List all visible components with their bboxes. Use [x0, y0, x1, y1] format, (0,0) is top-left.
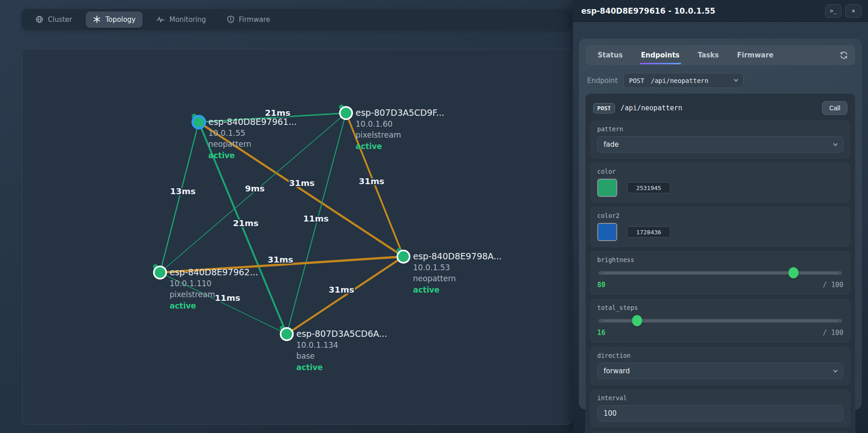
edge-latency-label: 31ms — [359, 176, 384, 186]
edge-latency-label: 11ms — [303, 214, 329, 223]
active-tab-underline — [640, 63, 681, 64]
edge-latency-label: 31ms — [329, 285, 354, 294]
nav-tab-label: Cluster — [48, 15, 72, 24]
field-label: interval — [597, 394, 843, 402]
slider-thumb[interactable] — [788, 267, 799, 278]
color2-swatch[interactable] — [597, 223, 617, 241]
field-pattern: pattern fade — [590, 120, 850, 159]
node-title: esp-807D3A5CD9F... — [356, 108, 444, 118]
topology-graph: 21ms13ms21ms31ms9ms11ms31ms11ms31ms31mse… — [22, 49, 573, 425]
tab-label: Firmware — [737, 51, 774, 59]
tab-label: Tasks — [698, 51, 719, 59]
cluster-icon — [36, 15, 43, 23]
chevron-down-icon — [833, 141, 838, 146]
endpoint-select[interactable]: POST /api/neopattern — [623, 73, 744, 88]
endpoint-selector-row: Endpoint POST /api/neopattern — [587, 73, 853, 88]
tab-endpoints[interactable]: Endpoints — [633, 45, 687, 65]
slider-max: / 100 — [823, 329, 843, 337]
edge-latency-label: 13ms — [170, 186, 196, 196]
nav-tab-label: Monitoring — [169, 15, 206, 24]
nav-tab-monitoring[interactable]: Monitoring — [149, 11, 213, 28]
node-title: esp-807D3A5CD6A... — [296, 329, 387, 339]
top-nav: Cluster Topology Monitoring — [22, 9, 571, 30]
topology-node[interactable]: esp-807D3A5CD9F...10.0.1.60pixelstreamac… — [339, 105, 444, 151]
node-ip: 10.0.1.55 — [208, 129, 245, 138]
chevron-down-icon — [833, 368, 838, 372]
edge-line — [160, 122, 199, 273]
node-ip: 10.0.1.53 — [413, 263, 450, 272]
node-status: active — [356, 142, 382, 151]
endpoint-card-header: POST /api/neopattern Call — [590, 98, 850, 120]
brightness-slider[interactable] — [598, 267, 842, 278]
refresh-icon[interactable] — [837, 48, 851, 62]
close-icon[interactable]: ✕ — [845, 4, 862, 18]
field-label: total_steps — [597, 304, 843, 311]
endpoint-selector-label: Endpoint — [587, 77, 618, 85]
nav-tab-firmware[interactable]: Firmware — [220, 11, 278, 28]
edge-latency-label: 21ms — [265, 108, 290, 118]
tab-firmware[interactable]: Firmware — [729, 45, 781, 65]
color-value-input[interactable] — [627, 182, 670, 193]
node-status: active — [208, 151, 235, 160]
node-role: neopattern — [413, 274, 456, 283]
node-status: active — [170, 301, 196, 310]
slider-value: 80 — [597, 281, 605, 289]
endpoint-card: POST /api/neopattern Call pattern fade c… — [585, 93, 855, 433]
method-badge: POST — [593, 103, 615, 113]
nav-tab-topology[interactable]: Topology — [86, 11, 143, 28]
call-button[interactable]: Call — [822, 101, 847, 115]
pattern-value: fade — [604, 140, 619, 149]
edge-latency-label: 21ms — [233, 218, 258, 228]
topology-node[interactable]: esp-807D3A5CD6A...10.0.1.134baseactive — [280, 326, 388, 372]
edge-latency-label: 11ms — [215, 293, 240, 303]
node-title: esp-840D8E97961... — [208, 117, 297, 127]
slider-track — [598, 271, 842, 275]
field-label: color2 — [597, 212, 843, 219]
endpoint-select-path: /api/neopattern — [651, 77, 708, 84]
slider-thumb[interactable] — [632, 315, 642, 326]
drawer-header: esp-840D8E979616 - 10.0.1.55 >_ ✕ — [573, 0, 868, 22]
field-brightness: brightness 80 / 100 — [590, 251, 850, 295]
slider-max: / 100 — [823, 281, 843, 289]
tab-label: Endpoints — [641, 51, 680, 59]
node-ip: 10.0.1.110 — [170, 279, 212, 288]
node-ip: 10.0.1.60 — [356, 119, 393, 129]
field-color2: color2 — [590, 207, 850, 247]
edge-latency-label: 9ms — [245, 184, 264, 193]
total-steps-slider[interactable] — [598, 315, 842, 326]
firmware-icon — [227, 15, 234, 23]
panel-tab-bar: Status Endpoints Tasks Firmware — [585, 45, 855, 65]
tab-status[interactable]: Status — [590, 45, 630, 65]
topology-canvas[interactable]: 21ms13ms21ms31ms9ms11ms31ms11ms31ms31mse… — [22, 49, 573, 425]
node-role: base — [296, 351, 315, 361]
monitoring-icon — [156, 16, 165, 23]
device-panel-card: Status Endpoints Tasks Firmware — [579, 39, 862, 409]
field-label: brightness — [597, 256, 843, 263]
color-swatch[interactable] — [597, 179, 617, 197]
field-color: color — [590, 163, 850, 203]
field-total-steps: total_steps 16 / 100 — [590, 299, 850, 343]
node-role: pixelstream — [170, 290, 215, 299]
tab-tasks[interactable]: Tasks — [690, 45, 727, 65]
device-drawer: esp-840D8E979616 - 10.0.1.55 >_ ✕ Status… — [573, 0, 868, 433]
app: Cluster Topology Monitoring — [0, 0, 868, 433]
tab-label: Status — [598, 51, 623, 59]
nav-tab-cluster[interactable]: Cluster — [28, 11, 79, 28]
chevron-down-icon — [734, 77, 738, 82]
field-direction: direction forward — [590, 347, 850, 385]
edge-latency-label: 31ms — [289, 178, 315, 188]
direction-select[interactable]: forward — [597, 363, 843, 379]
node-role: neopattern — [208, 139, 251, 149]
node-status: active — [413, 285, 439, 294]
field-label: pattern — [597, 125, 843, 133]
endpoint-select-method: POST — [629, 77, 645, 84]
topology-node[interactable]: esp-840D8E9798A...10.0.1.53neopatternact… — [397, 248, 502, 295]
drawer-title: esp-840D8E979616 - 10.0.1.55 — [581, 6, 822, 15]
color2-value-input[interactable] — [627, 227, 670, 237]
endpoint-path: /api/neopattern — [620, 104, 816, 112]
direction-value: forward — [604, 367, 630, 375]
interval-input[interactable]: 100 — [597, 405, 843, 422]
pattern-select[interactable]: fade — [597, 136, 843, 153]
node-ip: 10.0.1.134 — [296, 340, 338, 350]
terminal-icon[interactable]: >_ — [825, 4, 842, 18]
